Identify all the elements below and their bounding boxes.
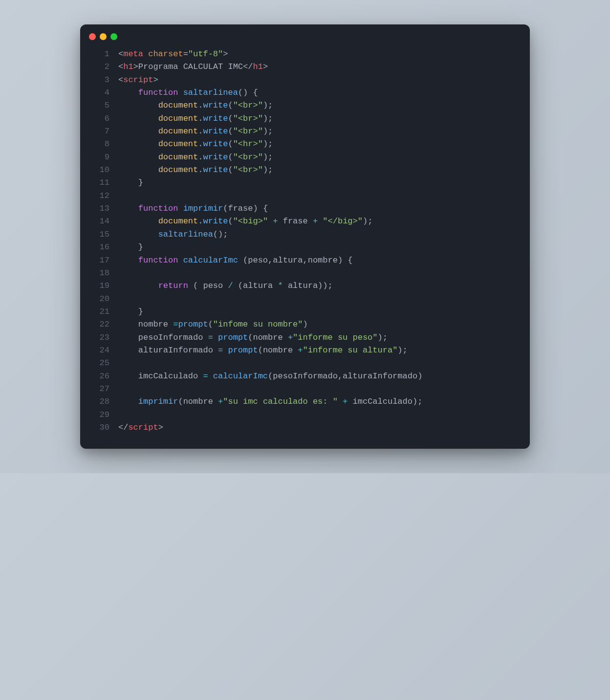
token-punct: ); [378,333,388,342]
token-punct: > [158,423,163,432]
token-punct: ( [228,217,233,226]
token-punct: ( [228,153,233,162]
token-text [223,346,228,355]
token-text [178,204,183,213]
token-fname: write [203,153,228,162]
token-text [143,49,148,59]
code-editor: 1<meta charset="utf-8">2<h1>Programa CAL… [80,43,530,449]
line-content [118,383,521,395]
token-punct: ) [303,320,307,329]
token-op: + [313,217,318,226]
token-op: + [298,346,303,355]
token-text: frase [278,217,313,226]
line-content: <meta charset="utf-8"> [118,48,521,61]
code-line: 3<script> [80,74,521,87]
line-content [118,409,521,421]
token-string: "infome su nombre" [213,320,303,329]
line-content: imprimir(nombre +"su imc calculado es: "… [118,395,521,408]
token-fname: calcularImc [213,372,268,381]
minimize-icon[interactable] [100,33,107,40]
token-fname: write [203,114,228,123]
token-text: imcCalculado [118,372,203,381]
token-tag: meta [123,49,143,59]
token-punct: > [263,62,268,71]
code-line: 27 [80,383,521,395]
token-punct: ); [263,101,273,110]
token-text: } [118,307,143,316]
token-text [238,256,243,265]
line-number: 3 [80,74,118,87]
token-punct: = [183,49,188,59]
line-content: pesoInformado = prompt(nombre +"informe … [118,331,521,344]
token-fname: imprimir [138,397,178,406]
code-line: 2<h1>Programa CALCULAT IMC</h1> [80,61,521,73]
line-number: 15 [80,228,118,241]
token-punct: ( [208,320,213,329]
token-punct: ( [258,346,263,355]
token-string: "<br>" [233,114,263,123]
token-text [268,217,273,226]
token-param: frase [228,204,253,213]
code-line: 16 } [80,241,521,254]
line-content: nombre =prompt("infome su nombre") [118,318,521,331]
token-text: nombre [118,320,173,329]
line-number: 27 [80,383,118,395]
token-punct: ) { [338,256,353,265]
token-text [118,256,138,265]
code-line: 10 document.write("<br>"); [80,164,521,176]
token-fname: write [203,139,228,149]
token-text [118,230,158,239]
token-punct: ); [263,153,273,162]
maximize-icon[interactable] [110,33,117,40]
line-number: 1 [80,48,118,61]
line-number: 18 [80,267,118,280]
line-number: 9 [80,151,118,164]
token-string: "</big>" [323,217,363,226]
token-op: = [208,333,213,342]
token-punct: (); [213,230,228,239]
code-line: 24 alturaInformado = prompt(nombre +"inf… [80,344,521,357]
token-punct: > [153,75,158,85]
token-text: } [118,242,143,252]
token-fname: write [203,101,228,110]
token-punct: . [198,153,203,162]
token-punct: < [118,75,123,85]
token-param: altura [273,256,303,265]
line-number: 12 [80,190,118,202]
token-string: "<hr>" [233,139,263,149]
token-punct: > [133,62,138,71]
token-text [118,217,158,226]
token-punct: </ [243,62,253,71]
token-punct: , [338,372,343,381]
token-punct: . [198,139,203,149]
line-number: 10 [80,164,118,176]
token-text [118,153,158,162]
token-text [118,101,158,110]
line-number: 30 [80,421,118,434]
token-fname: write [203,127,228,136]
token-text: Programa CALCULAT IMC [138,62,243,71]
line-number: 4 [80,87,118,99]
line-content: document.write("<br>"); [118,125,521,138]
token-text [118,114,158,123]
token-string: "<br>" [233,127,263,136]
line-number: 14 [80,215,118,228]
line-content: saltarlinea(); [118,228,521,241]
code-line: 30</script> [80,421,521,434]
token-punct: ); [363,217,372,226]
close-icon[interactable] [89,33,96,40]
token-punct: ( [178,397,183,406]
line-content [118,267,521,280]
token-text: alturaInformado [343,372,417,381]
code-line: 8 document.write("<hr>"); [80,138,521,151]
code-line: 12 [80,190,521,202]
line-content: } [118,176,521,189]
token-text [118,165,158,175]
code-line: 11 } [80,176,521,189]
token-op: = [218,346,223,355]
token-fname: write [203,217,228,226]
token-ident: document [158,114,198,123]
line-content: </script> [118,421,521,434]
token-text: alturaInformado [118,346,218,355]
token-kw: function [138,256,178,265]
